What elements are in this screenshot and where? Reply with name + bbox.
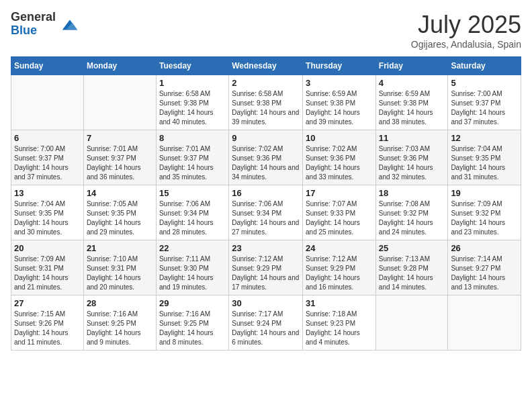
calendar-cell: 7Sunrise: 7:01 AM Sunset: 9:37 PM Daylig… [83,130,156,185]
calendar-cell: 26Sunrise: 7:14 AM Sunset: 9:27 PM Dayli… [448,240,521,295]
day-number: 28 [87,298,153,308]
calendar-cell: 27Sunrise: 7:15 AM Sunset: 9:26 PM Dayli… [11,295,84,351]
cell-content: Sunrise: 7:04 AM Sunset: 9:35 PM Dayligh… [451,144,518,182]
day-number: 19 [451,188,518,198]
calendar-cell: 6Sunrise: 7:00 AM Sunset: 9:37 PM Daylig… [11,130,84,185]
calendar-cell: 15Sunrise: 7:06 AM Sunset: 9:34 PM Dayli… [156,185,228,240]
day-number: 24 [306,243,373,253]
day-number: 9 [232,133,300,143]
cell-content: Sunrise: 7:18 AM Sunset: 9:23 PM Dayligh… [306,310,373,347]
cell-content: Sunrise: 7:01 AM Sunset: 9:37 PM Dayligh… [159,144,226,182]
calendar-cell [448,295,521,351]
day-number: 4 [379,78,445,88]
cell-content: Sunrise: 7:16 AM Sunset: 9:25 PM Dayligh… [87,310,153,347]
header-cell-thursday: Thursday [303,57,376,75]
day-number: 13 [14,188,81,198]
calendar-cell [375,295,448,351]
title-area: July 2025 Ogijares, Andalusia, Spain [411,11,521,50]
calendar-cell: 13Sunrise: 7:04 AM Sunset: 9:35 PM Dayli… [11,185,84,240]
calendar-cell: 30Sunrise: 7:17 AM Sunset: 9:24 PM Dayli… [229,295,303,351]
cell-content: Sunrise: 7:17 AM Sunset: 9:24 PM Dayligh… [232,310,300,347]
calendar-cell: 21Sunrise: 7:10 AM Sunset: 9:31 PM Dayli… [83,240,156,295]
calendar-cell: 8Sunrise: 7:01 AM Sunset: 9:37 PM Daylig… [156,130,228,185]
day-number: 11 [379,133,445,143]
cell-content: Sunrise: 7:15 AM Sunset: 9:26 PM Dayligh… [14,310,81,347]
cell-content: Sunrise: 7:11 AM Sunset: 9:30 PM Dayligh… [159,255,226,292]
calendar-cell: 28Sunrise: 7:16 AM Sunset: 9:25 PM Dayli… [83,295,156,351]
cell-content: Sunrise: 7:07 AM Sunset: 9:33 PM Dayligh… [306,199,373,237]
header-cell-wednesday: Wednesday [229,57,303,75]
cell-content: Sunrise: 7:03 AM Sunset: 9:36 PM Dayligh… [379,144,445,182]
day-number: 29 [159,298,226,308]
calendar-cell: 11Sunrise: 7:03 AM Sunset: 9:36 PM Dayli… [375,130,448,185]
cell-content: Sunrise: 7:09 AM Sunset: 9:31 PM Dayligh… [14,255,81,292]
calendar-cell: 17Sunrise: 7:07 AM Sunset: 9:33 PM Dayli… [303,185,376,240]
cell-content: Sunrise: 7:10 AM Sunset: 9:31 PM Dayligh… [87,255,153,292]
calendar-cell: 12Sunrise: 7:04 AM Sunset: 9:35 PM Dayli… [448,130,521,185]
logo-icon [60,15,79,34]
calendar-cell: 19Sunrise: 7:09 AM Sunset: 9:32 PM Dayli… [448,185,521,240]
cell-content: Sunrise: 7:12 AM Sunset: 9:29 PM Dayligh… [306,255,373,292]
day-number: 1 [159,78,226,88]
cell-content: Sunrise: 6:59 AM Sunset: 9:38 PM Dayligh… [306,89,373,127]
calendar-cell: 29Sunrise: 7:16 AM Sunset: 9:25 PM Dayli… [156,295,228,351]
cell-content: Sunrise: 6:58 AM Sunset: 9:38 PM Dayligh… [232,89,300,127]
cell-content: Sunrise: 7:06 AM Sunset: 9:34 PM Dayligh… [159,199,226,237]
calendar-cell: 23Sunrise: 7:12 AM Sunset: 9:29 PM Dayli… [229,240,303,295]
calendar-cell: 24Sunrise: 7:12 AM Sunset: 9:29 PM Dayli… [303,240,376,295]
week-row-5: 27Sunrise: 7:15 AM Sunset: 9:26 PM Dayli… [11,295,521,351]
day-number: 23 [232,243,300,253]
cell-content: Sunrise: 7:16 AM Sunset: 9:25 PM Dayligh… [159,310,226,347]
day-number: 20 [14,243,81,253]
logo-blue-text: Blue [11,24,56,38]
header-cell-saturday: Saturday [448,57,521,75]
day-number: 31 [306,298,373,308]
calendar-cell: 5Sunrise: 7:00 AM Sunset: 9:37 PM Daylig… [448,75,521,130]
header-cell-tuesday: Tuesday [156,57,228,75]
header-cell-sunday: Sunday [11,57,84,75]
cell-content: Sunrise: 7:06 AM Sunset: 9:34 PM Dayligh… [232,199,300,237]
day-number: 15 [159,188,226,198]
calendar-cell: 16Sunrise: 7:06 AM Sunset: 9:34 PM Dayli… [229,185,303,240]
week-row-2: 6Sunrise: 7:00 AM Sunset: 9:37 PM Daylig… [11,130,521,185]
day-number: 25 [379,243,445,253]
day-number: 22 [159,243,226,253]
calendar-cell: 22Sunrise: 7:11 AM Sunset: 9:30 PM Dayli… [156,240,228,295]
day-number: 3 [306,78,373,88]
calendar-cell [83,75,156,130]
cell-content: Sunrise: 7:00 AM Sunset: 9:37 PM Dayligh… [14,144,81,182]
calendar-cell [11,75,84,130]
location-title: Ogijares, Andalusia, Spain [411,39,521,50]
day-number: 17 [306,188,373,198]
week-row-3: 13Sunrise: 7:04 AM Sunset: 9:35 PM Dayli… [11,185,521,240]
calendar-table: SundayMondayTuesdayWednesdayThursdayFrid… [11,56,521,351]
calendar-cell: 9Sunrise: 7:02 AM Sunset: 9:36 PM Daylig… [229,130,303,185]
cell-content: Sunrise: 7:02 AM Sunset: 9:36 PM Dayligh… [232,144,300,182]
day-number: 8 [159,133,226,143]
day-number: 18 [379,188,445,198]
day-number: 10 [306,133,373,143]
header-row: SundayMondayTuesdayWednesdayThursdayFrid… [11,57,521,75]
header-cell-friday: Friday [375,57,448,75]
week-row-1: 1Sunrise: 6:58 AM Sunset: 9:38 PM Daylig… [11,75,521,130]
calendar-cell: 3Sunrise: 6:59 AM Sunset: 9:38 PM Daylig… [303,75,376,130]
cell-content: Sunrise: 7:00 AM Sunset: 9:37 PM Dayligh… [451,89,518,127]
month-title: July 2025 [411,11,521,39]
cell-content: Sunrise: 7:08 AM Sunset: 9:32 PM Dayligh… [379,199,445,237]
cell-content: Sunrise: 7:05 AM Sunset: 9:35 PM Dayligh… [87,199,153,237]
day-number: 14 [87,188,153,198]
logo-general-text: General [11,11,56,24]
calendar-cell: 20Sunrise: 7:09 AM Sunset: 9:31 PM Dayli… [11,240,84,295]
cell-content: Sunrise: 7:02 AM Sunset: 9:36 PM Dayligh… [306,144,373,182]
header: General Blue July 2025 Ogijares, Andalus… [11,11,521,50]
calendar-cell: 10Sunrise: 7:02 AM Sunset: 9:36 PM Dayli… [303,130,376,185]
cell-content: Sunrise: 7:12 AM Sunset: 9:29 PM Dayligh… [232,255,300,292]
header-cell-monday: Monday [83,57,156,75]
day-number: 27 [14,298,81,308]
day-number: 2 [232,78,300,88]
day-number: 12 [451,133,518,143]
calendar-cell: 25Sunrise: 7:13 AM Sunset: 9:28 PM Dayli… [375,240,448,295]
calendar-cell: 2Sunrise: 6:58 AM Sunset: 9:38 PM Daylig… [229,75,303,130]
day-number: 6 [14,133,81,143]
day-number: 16 [232,188,300,198]
